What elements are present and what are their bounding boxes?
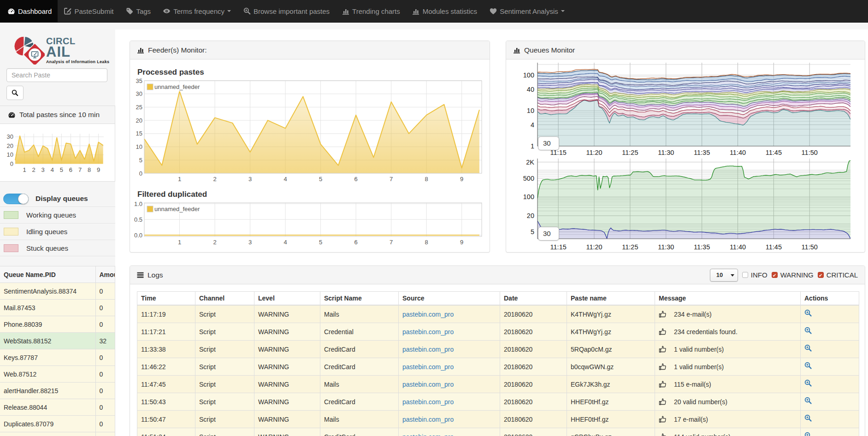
nav-item-tags[interactable]: Tags [119, 0, 157, 22]
queue-table-header-name: Queue Name.PID [0, 266, 95, 283]
svg-text:5: 5 [319, 239, 322, 246]
queue-amount: 0 [95, 300, 115, 316]
log-cell: b0cqwGWN.gz [567, 358, 655, 376]
queue-row: Mail.874530 [0, 300, 115, 316]
search-plus-icon[interactable] [804, 327, 812, 334]
svg-text:4: 4 [283, 239, 287, 246]
log-cell: K4THWgYj.gz [567, 323, 655, 341]
nav-item-label: Modules statistics [423, 7, 477, 15]
nav-item-sentiment-analysis[interactable]: Sentiment Analysis [483, 0, 571, 22]
search-plus-icon[interactable] [804, 379, 812, 387]
queues-legend: Working queuesIdling queuesStuck queues [0, 206, 115, 256]
log-action-cell [801, 376, 859, 393]
nav-item-dashboard[interactable]: Dashboard [0, 0, 58, 22]
display-queues-toggle[interactable] [3, 194, 29, 204]
queue-name: WebStats.88152 [0, 333, 95, 349]
nav-item-modules-statistics[interactable]: Modules statistics [406, 0, 483, 22]
svg-text:7: 7 [390, 176, 393, 183]
queue-row: Keys.877870 [0, 349, 115, 366]
log-source-link[interactable]: pastebin.com_pro [402, 328, 454, 336]
log-message-cell: 1 valid number(s) [655, 341, 801, 358]
processed-pastes-chart: 12345678905101520253035unnamed_feeder [137, 77, 483, 184]
nav-item-browse-important-pastes[interactable]: Browse important pastes [237, 0, 336, 22]
info-checkbox[interactable] [742, 272, 748, 278]
nav-item-trending-charts[interactable]: Trending charts [336, 0, 406, 22]
search-plus-icon[interactable] [804, 414, 812, 422]
search-paste-input[interactable] [6, 68, 107, 82]
search-plus-icon[interactable] [804, 432, 812, 436]
search-plus-icon[interactable] [804, 344, 812, 352]
svg-text:8: 8 [425, 176, 428, 183]
log-cell: Mails [320, 305, 399, 323]
queues-out-roll-period-input[interactable]: 30 [538, 227, 559, 241]
svg-text:100: 100 [523, 193, 534, 200]
logs-panel-title: Logs [148, 271, 163, 279]
nav-item-pastesubmit[interactable]: PasteSubmit [58, 0, 119, 22]
queue-amount [95, 432, 115, 436]
critical-checkbox[interactable]: ✔ [818, 272, 824, 278]
log-row: 11:50:43ScriptWARNINGCreditCardpastebin.… [137, 393, 859, 411]
log-row: 11:47:45ScriptWARNINGMailspastebin.com_p… [137, 376, 859, 393]
queue-row: WebStats.8815232 [0, 333, 115, 349]
search-button[interactable] [6, 86, 24, 100]
circl-ail-logo-icon [14, 35, 45, 65]
log-source-link[interactable]: pastebin.com_pro [402, 346, 454, 353]
svg-text:11:15: 11:15 [550, 243, 567, 251]
queue-amount: 0 [95, 316, 115, 333]
log-cell: 20180620 [500, 428, 567, 436]
queue-amount: 0 [95, 383, 115, 399]
svg-text:11:35: 11:35 [694, 243, 710, 251]
svg-text:4: 4 [283, 176, 287, 183]
tag-icon [125, 7, 133, 15]
thumbs-up-icon [659, 398, 667, 406]
search-plus-icon[interactable] [804, 397, 812, 404]
log-source-link[interactable]: pastebin.com_pro [402, 363, 454, 371]
queue-name: Phone.88039 [0, 316, 95, 333]
svg-text:4: 4 [51, 166, 54, 173]
log-row: 11:46:22ScriptWARNINGCreditCardpastebin.… [137, 358, 859, 376]
queue-name: alertHandler.88215 [0, 383, 95, 399]
svg-text:11:50: 11:50 [802, 149, 818, 156]
log-source-link[interactable]: pastebin.com_pro [402, 311, 454, 318]
svg-text:11:40: 11:40 [730, 243, 746, 251]
svg-text:11:35: 11:35 [694, 149, 710, 156]
svg-text:11:45: 11:45 [766, 243, 782, 251]
log-source-link[interactable]: pastebin.com_pro [402, 416, 454, 423]
log-source-link[interactable]: pastebin.com_pro [402, 433, 454, 436]
log-cell: CreditCard [320, 393, 399, 411]
log-action-cell [801, 411, 859, 428]
log-cell: 20180620 [500, 323, 567, 341]
logs-page-size-select[interactable]: 10 [710, 269, 738, 282]
display-queues-label: Display queues [35, 194, 88, 203]
search-plus-icon[interactable] [804, 309, 812, 317]
log-source-cell: pastebin.com_pro [399, 393, 500, 411]
dashboard-icon [7, 7, 15, 15]
svg-text:11:20: 11:20 [586, 243, 602, 251]
svg-text:1: 1 [178, 239, 181, 246]
search-plus-icon[interactable] [804, 362, 812, 369]
queue-name: Keys.87787 [0, 349, 95, 366]
chevron-down-icon [561, 10, 565, 12]
logs-table: TimeChannelLevelScript NameSourceDatePas… [137, 291, 859, 436]
filter-label: WARNING [780, 271, 814, 279]
queues-in-roll-period-input[interactable]: 30 [538, 136, 559, 150]
log-source-link[interactable]: pastebin.com_pro [402, 381, 454, 388]
svg-text:20: 20 [136, 117, 142, 124]
feeder-panel-title: Feeder(s) Monitor: [148, 46, 207, 54]
log-action-cell [801, 393, 859, 411]
logs-header-channel: Channel [195, 292, 254, 306]
queue-amount: 0 [95, 283, 115, 300]
log-cell: CreditCard [320, 341, 399, 358]
log-row: 11:17:21ScriptWARNINGCredentialpastebin.… [137, 323, 859, 341]
log-cell: 20180620 [500, 305, 567, 323]
queue-row: alertHandler.882150 [0, 383, 115, 399]
log-message-cell: 17 e-mail(s) [655, 411, 801, 428]
nav-item-terms-frequency[interactable]: Terms frequency [157, 0, 237, 22]
display-queues-row: Display queues [0, 189, 115, 209]
log-message: 20 valid number(s) [674, 397, 727, 407]
svg-text:100: 100 [523, 71, 534, 79]
warning-checkbox[interactable]: ✔ [772, 272, 778, 278]
log-cell: WARNING [254, 376, 320, 393]
log-source-link[interactable]: pastebin.com_pro [402, 398, 454, 406]
queue-name: Mail.87453 [0, 300, 95, 316]
